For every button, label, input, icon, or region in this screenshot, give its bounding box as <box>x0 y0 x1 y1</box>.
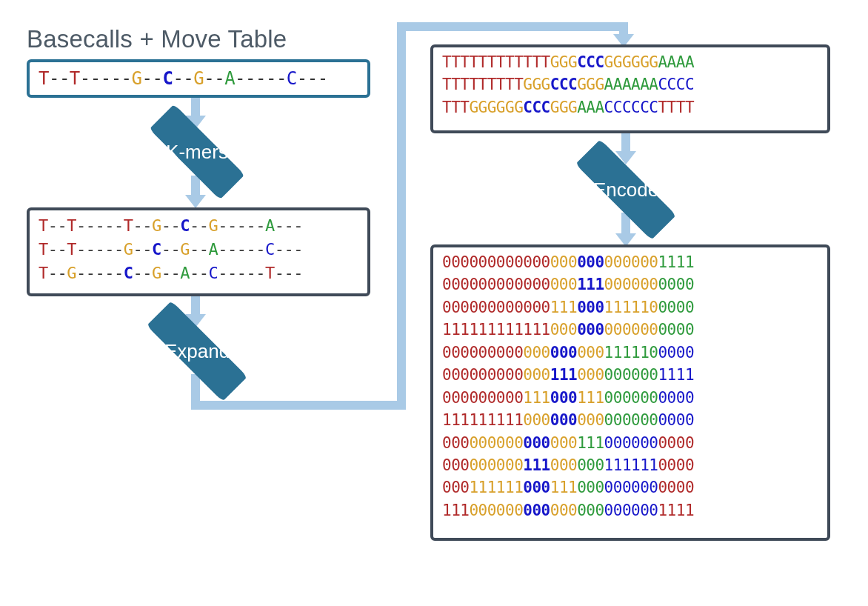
expanded-box: TTTTTTTTTTTTGGGCCCGGGGGGAAAA TTTTTTTTTGG… <box>430 44 830 133</box>
encoded-matrix: 0000000000000000000000001111 00000000000… <box>433 247 827 525</box>
step-encode-label: Encode <box>593 179 658 202</box>
kmers-sequences: T--T-----T--G--C--G-----A--- T--T-----G-… <box>30 210 367 289</box>
step-kmers: K-mers <box>93 125 301 179</box>
diagram-title: Basecalls + Move Table <box>27 25 287 53</box>
step-encode: Encode <box>522 163 730 216</box>
kmers-box: T--T-----T--G--C--G-----A--- T--T-----G-… <box>27 207 370 296</box>
diagram-stage: Basecalls + Move Table K-mers Expand Enc… <box>0 0 868 606</box>
input-box: T--T-----G--C--G--A-----C--- <box>27 59 370 98</box>
step-expand-label: Expand <box>164 340 230 363</box>
arrow-1 <box>191 96 200 117</box>
encoded-box: 0000000000000000000000001111 00000000000… <box>430 244 830 541</box>
arrow-3 <box>191 295 200 316</box>
arrow-into-box3 <box>619 22 628 36</box>
step-expand: Expand <box>93 324 301 378</box>
step-kmers-label: K-mers <box>166 141 228 164</box>
expanded-sequences: TTTTTTTTTTTTGGGCCCGGGGGGAAAA TTTTTTTTTGG… <box>433 47 827 122</box>
arrow-4 <box>621 132 630 153</box>
elbow-h <box>191 401 406 410</box>
input-sequence: T--T-----G--C--G--A-----C--- <box>30 62 367 96</box>
elbow-up <box>397 22 406 410</box>
elbow-h-2 <box>397 22 628 31</box>
